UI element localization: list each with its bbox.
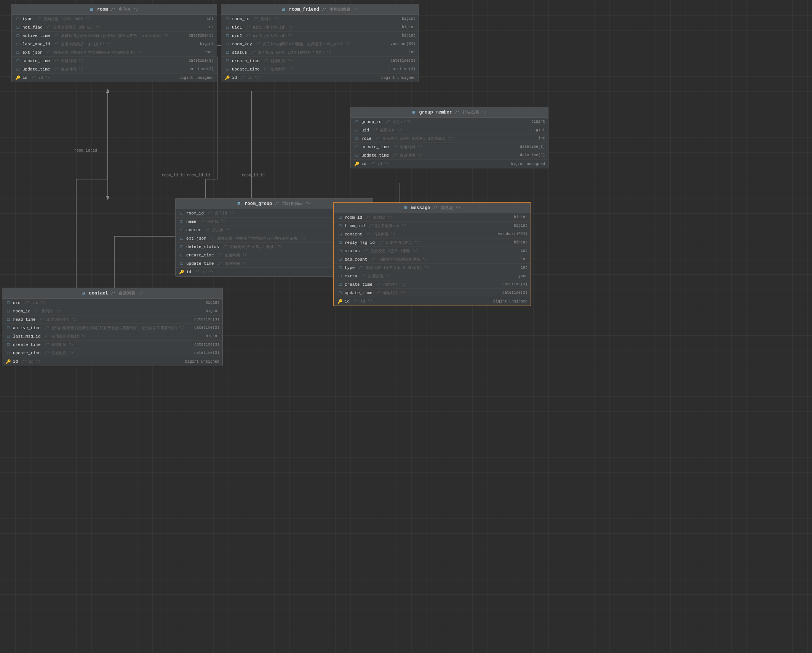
table-icon-room-group: ⊞ [238, 201, 240, 206]
table-contact[interactable]: ⊞ contact /* 会话列表 */ □ uid /* uid */ big… [2, 288, 223, 366]
table-row: □ create_time /* 创建时间 */ datetime(3) [351, 143, 548, 151]
table-group-member-comment: /* 群成员表 */ [455, 110, 487, 115]
col-icon: □ [179, 219, 185, 225]
table-message-header: ⊞ message /* 消息表 */ [334, 203, 531, 213]
table-row: □ type /* 消息类型 1正常文本 2.撤回消息 */ int [334, 264, 531, 272]
table-contact-comment: /* 会话列表 */ [111, 291, 143, 296]
col-icon: □ [337, 273, 343, 279]
table-row: □ update_time /* 修改时间 */ datetime(3) [351, 151, 548, 160]
table-row: □ last_msg_id /* 会话中的最后一条消息id */ bigint [12, 40, 217, 48]
table-row: □ read_time /* 阅读到的时间 */ datetime(3) [2, 315, 222, 324]
table-row: □ gap_count /* 与回复的消息间隔多少条 */ int [334, 255, 531, 264]
col-icon: □ [224, 33, 230, 39]
table-row: □ update_time /* 修改时间 */ datetime(3) [221, 65, 419, 74]
table-room-friend-comment: /* 单聊房间表 */ [322, 7, 358, 12]
col-icon: □ [337, 240, 343, 246]
table-room-friend-header: ⊞ room_friend /* 单聊房间表 */ [221, 4, 419, 15]
relation-label-2: room_id:id room_id:id [162, 173, 210, 178]
table-group-member-header: ⊞ group_member /* 群成员表 */ [351, 107, 548, 118]
key-icon: 🔑 [354, 161, 360, 167]
col-icon: □ [224, 24, 230, 30]
table-room-group-title: room_group [245, 201, 272, 206]
table-row: □ update_time /* 修改时间 */ datetime(3) [2, 349, 222, 357]
table-row: □ hot_flag /* 是否全员展示 0否 1是 */ int [12, 23, 217, 32]
col-icon: □ [337, 214, 343, 221]
table-row: □ create_time /* 创建时间 */ datetime(3) [334, 280, 531, 289]
table-row: □ uid /* uid */ bigint [2, 299, 222, 307]
table-icon-room: ⊞ [90, 7, 93, 12]
table-row: □ last_msg_id /* 会话最新消息id */ bigint [2, 332, 222, 341]
col-icon: □ [179, 210, 185, 216]
table-room-comment: /* 房间表 */ [111, 7, 139, 12]
table-room-friend[interactable]: ⊞ room_friend /* 单聊房间表 */ □ room_id /* 房… [221, 4, 419, 82]
table-row: □ reply_msg_id /* 回复的消息内容 */ bigint [334, 238, 531, 247]
table-row-pk: 🔑 id /* id */ bigint unsigned [221, 74, 419, 82]
col-icon: □ [5, 333, 11, 339]
table-message[interactable]: ⊞ message /* 消息表 */ □ room_id /* 会话id */… [333, 202, 531, 306]
table-group-member-title: group_member [419, 110, 452, 115]
col-icon: □ [337, 223, 343, 229]
col-icon: □ [179, 261, 185, 267]
col-icon: □ [179, 227, 185, 233]
table-row-pk: 🔑 id /* id */ bigint unsigned [351, 160, 548, 168]
table-row: □ ext_json /* 额外信息（根据不同类型房间有不同存储的东西）*/ j… [12, 48, 217, 57]
col-icon: □ [354, 119, 360, 125]
col-icon: □ [15, 50, 21, 56]
table-message-title: message [411, 205, 430, 211]
table-row: □ status /* 房间状态 0正常 1禁用(删好友了禁用）*/ int [221, 48, 419, 57]
col-icon: □ [337, 265, 343, 271]
col-icon: □ [337, 282, 343, 288]
col-icon: □ [15, 24, 21, 30]
table-room-group-comment: /* 群聊房间表 */ [275, 202, 311, 206]
table-row-pk: 🔑 id /* id */ bigint unsigned [2, 357, 222, 366]
table-row: □ room_id /* 房间id */ bigint [2, 307, 222, 315]
col-icon: □ [5, 350, 11, 356]
table-icon-message: ⊞ [404, 205, 407, 211]
col-icon: □ [224, 66, 230, 72]
table-room-header: ⊞ room /* 房间表 */ [12, 4, 217, 15]
table-row: □ active_time /* 群最后消息的更新时间（热点群不需要写扩散，只更… [12, 32, 217, 40]
col-icon: □ [354, 152, 360, 158]
table-row: □ type /* 房间类型 1群聊 2单聊 */ int [12, 15, 217, 23]
key-icon: 🔑 [15, 75, 21, 81]
col-icon: □ [337, 248, 343, 254]
col-icon: □ [337, 256, 343, 262]
table-row: □ create_time /* 创建时间 */ datetime(3) [2, 341, 222, 349]
col-icon: □ [5, 308, 11, 314]
table-contact-title: contact [89, 291, 108, 296]
col-icon: □ [224, 41, 230, 47]
table-row: □ create_time /* 创建时间 */ datetime(3) [221, 57, 419, 65]
col-icon: □ [354, 136, 360, 142]
table-row: □ status /* 消息状态 0正常 1删除 */ int [334, 247, 531, 255]
col-icon: □ [5, 325, 11, 331]
table-room[interactable]: ⊞ room /* 房间表 */ □ type /* 房间类型 1群聊 2单聊 … [11, 4, 217, 82]
col-icon: □ [354, 144, 360, 150]
table-room-title: room [97, 7, 108, 12]
col-icon: □ [179, 244, 185, 250]
diagram-canvas: room_id:id room_id:id room_id:id room_id… [0, 0, 812, 653]
col-icon: □ [337, 290, 343, 296]
col-icon: □ [179, 235, 185, 242]
key-icon: 🔑 [179, 269, 185, 275]
table-room-friend-title: room_friend [289, 7, 319, 12]
col-icon: □ [15, 66, 21, 72]
col-icon: □ [224, 50, 230, 56]
table-icon-contact: ⊞ [82, 291, 85, 296]
col-icon: □ [15, 16, 21, 22]
table-group-member[interactable]: ⊞ group_member /* 群成员表 */ □ group_id /* … [350, 107, 548, 168]
col-icon: □ [354, 127, 360, 133]
table-row-pk: 🔑 id /* id */ bigint unsigned [334, 297, 531, 306]
table-row: □ uid2 /* uid2（更大的uid）*/ bigint [221, 32, 419, 40]
table-row: □ create_time /* 创建时间 */ datetime(3) [12, 57, 217, 65]
col-icon: □ [15, 58, 21, 64]
table-row: □ role /* 成员角色 1群主 2管理员 3普通成员 */ int [351, 134, 548, 143]
table-row: □ room_key /* 房间key由两个uid拼接，先做排序uid1_uid… [221, 40, 419, 48]
table-row: □ update_time /* 修改时间 */ datetime(3) [334, 289, 531, 297]
table-row: □ update_time /* 修改时间 */ datetime(3) [12, 65, 217, 74]
table-row: □ from_uid /*消息发送者uid */ bigint [334, 222, 531, 230]
table-row: □ extra /* 扩展信息 */ json [334, 272, 531, 280]
col-icon: □ [15, 33, 21, 39]
col-icon: □ [179, 252, 185, 258]
table-row: □ uid1 /* uid1（更小的uid）*/ bigint [221, 23, 419, 32]
col-icon: □ [224, 16, 230, 22]
